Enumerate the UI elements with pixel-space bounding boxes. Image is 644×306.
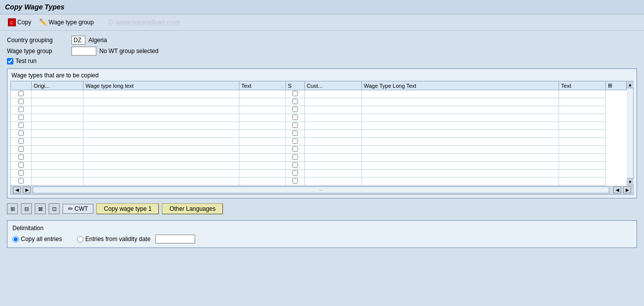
action-icon-2[interactable]: ⊟ <box>21 203 32 214</box>
nav-right-button[interactable]: ▶ <box>23 186 31 193</box>
cell-cust <box>304 146 361 154</box>
copy-wage-type-button[interactable]: Copy wage type 1 <box>96 203 159 214</box>
cell-s-checkbox[interactable] <box>292 91 298 96</box>
entries-from-radio[interactable] <box>77 236 83 243</box>
wage-type-group-row: Wage type group No WT group selected <box>7 47 637 56</box>
cell-text <box>239 178 286 185</box>
row-checkbox[interactable] <box>18 130 24 136</box>
copy-icon: C <box>8 18 16 26</box>
row-checkbox[interactable] <box>18 162 24 168</box>
col-header-sel <box>11 81 32 90</box>
cell-cust <box>304 122 361 130</box>
country-grouping-label: Country grouping <box>7 37 72 44</box>
copy-all-radio[interactable] <box>12 236 19 243</box>
row-checkbox[interactable] <box>18 138 24 144</box>
other-languages-button[interactable]: Other Languages <box>162 203 223 214</box>
cell-orig <box>31 114 83 122</box>
validity-date-input[interactable] <box>155 235 195 244</box>
cell-s-checkbox[interactable] <box>292 99 298 104</box>
cell-s-checkbox[interactable] <box>292 146 298 152</box>
row-checkbox[interactable] <box>18 154 24 160</box>
action-icon-4[interactable]: ⊡ <box>49 203 60 214</box>
table-row <box>11 162 627 170</box>
table-settings-icon[interactable]: ⊞ <box>608 82 612 88</box>
cell-text <box>239 98 286 106</box>
row-checkbox[interactable] <box>18 146 24 152</box>
cell-longtext <box>83 122 239 130</box>
cell-wlongtext <box>361 146 559 154</box>
cell-orig <box>31 178 83 185</box>
nav-right-right-button[interactable]: ▶ <box>623 186 631 193</box>
nav-right-left-button[interactable]: ◀ <box>613 186 621 193</box>
cell-orig <box>31 170 83 178</box>
grid3-icon: ⊠ <box>38 206 43 212</box>
cell-cust <box>304 106 361 114</box>
row-checkbox[interactable] <box>18 122 24 128</box>
table-row <box>11 122 627 130</box>
cell-wlongtext <box>361 114 559 122</box>
row-checkbox[interactable] <box>18 91 24 96</box>
entries-from-radio-item: Entries from validity date <box>77 235 195 244</box>
cell-wtext <box>559 106 606 114</box>
table-row <box>11 178 627 185</box>
action-icon-3[interactable]: ⊠ <box>35 203 46 214</box>
cell-wlongtext <box>361 154 559 162</box>
cell-wtext <box>559 162 606 170</box>
cell-s-checkbox[interactable] <box>292 170 298 176</box>
cell-text <box>239 154 286 162</box>
cell-orig <box>31 162 83 170</box>
cell-orig <box>31 146 83 154</box>
cell-text <box>239 122 286 130</box>
nav-left-button[interactable]: ◀ <box>13 186 21 193</box>
scroll-up-button[interactable]: ▲ <box>627 81 634 88</box>
grid2-icon: ⊟ <box>24 206 29 212</box>
cell-cust <box>304 178 361 185</box>
cell-s-checkbox[interactable] <box>292 162 298 168</box>
cell-orig <box>31 138 83 146</box>
cell-wtext <box>559 130 606 138</box>
cell-cust <box>304 162 361 170</box>
cell-wlongtext <box>361 178 559 185</box>
test-run-checkbox[interactable] <box>7 58 13 64</box>
row-checkbox[interactable] <box>18 115 24 120</box>
wage-type-group-button[interactable]: ✏️ Wage type group <box>36 17 97 27</box>
cell-wlongtext <box>361 90 559 98</box>
col-header-wtext: Text <box>559 81 606 90</box>
cell-s-checkbox[interactable] <box>292 107 298 112</box>
cell-text <box>239 130 286 138</box>
country-grouping-input[interactable] <box>72 36 85 45</box>
row-checkbox[interactable] <box>18 99 24 104</box>
row-checkbox[interactable] <box>18 178 24 184</box>
cell-wlongtext <box>361 106 559 114</box>
scroll-down-button[interactable]: ▼ <box>627 178 634 185</box>
cell-cust <box>304 90 361 98</box>
cell-s-checkbox[interactable] <box>292 178 298 184</box>
cell-s-checkbox[interactable] <box>292 115 298 120</box>
cell-wlongtext <box>361 98 559 106</box>
row-checkbox[interactable] <box>18 170 24 176</box>
table-row <box>11 98 627 106</box>
cell-s-checkbox[interactable] <box>292 122 298 128</box>
cell-longtext <box>83 178 239 185</box>
grid-icon: ⊞ <box>10 206 15 212</box>
col-header-icon: ⊞ <box>606 81 627 90</box>
cell-text <box>239 138 286 146</box>
cell-s-checkbox[interactable] <box>292 154 298 160</box>
cell-wlongtext <box>361 162 559 170</box>
cell-text <box>239 146 286 154</box>
cell-s-checkbox[interactable] <box>292 130 298 136</box>
action-icon-1[interactable]: ⊞ <box>7 203 18 214</box>
main-content: Country grouping Algeria Wage type group… <box>0 31 644 253</box>
row-checkbox[interactable] <box>18 107 24 112</box>
table-section-title: Wage types that are to be copied <box>10 72 634 79</box>
copy-button[interactable]: C Copy <box>5 17 34 27</box>
horizontal-scrollbar[interactable]: ··· <box>33 186 609 193</box>
cwt-button[interactable]: ✏ CWT <box>63 204 93 214</box>
cell-wlongtext <box>361 138 559 146</box>
page-title: Copy Wage Types <box>0 0 644 14</box>
cell-longtext <box>83 162 239 170</box>
wage-type-group-input[interactable] <box>72 47 96 56</box>
cell-orig <box>31 154 83 162</box>
cell-s-checkbox[interactable] <box>292 138 298 144</box>
pencil-icon: ✏️ <box>39 18 47 26</box>
